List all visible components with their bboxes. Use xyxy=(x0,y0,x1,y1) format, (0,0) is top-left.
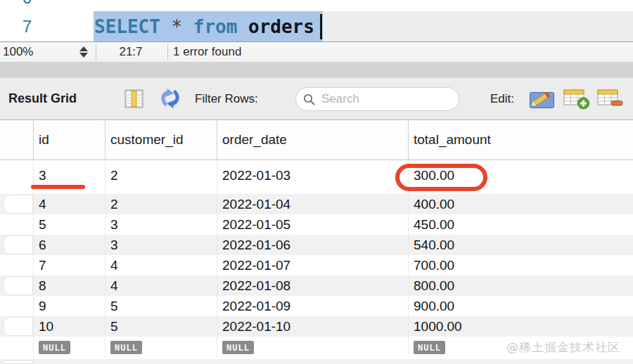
row-selector[interactable] xyxy=(0,275,33,296)
red-pen-circle xyxy=(395,164,487,191)
zoom-stepper[interactable] xyxy=(79,46,89,58)
cell-null[interactable]: NULL xyxy=(105,337,217,357)
cell-id[interactable]: 6 xyxy=(33,235,105,255)
table-row[interactable]: 3 2 2022-01-03 300.00 xyxy=(0,160,633,194)
current-line-highlight xyxy=(316,11,633,41)
sql-keyword-select: SELECT xyxy=(94,16,160,37)
row-selector[interactable] xyxy=(0,316,33,337)
row-selector[interactable] xyxy=(0,235,33,255)
table-row[interactable]: 10 5 2022-01-10 1000.00 xyxy=(0,316,633,337)
result-grid-title: Result Grid xyxy=(8,78,77,119)
text-cursor xyxy=(320,14,322,39)
cell-id[interactable]: 4 xyxy=(33,194,105,214)
cell-order-date[interactable]: 2022-01-08 xyxy=(217,275,408,296)
selected-sql-text[interactable]: SELECT*fromorders xyxy=(94,11,323,41)
grid-rows: 3 2 2022-01-03 300.00 4 2 2022-01-04 400… xyxy=(0,160,633,364)
grid-header-row: id customer_id order_date total_amount xyxy=(0,120,633,160)
cell-null[interactable]: NULL xyxy=(33,337,105,357)
mysql-workbench-result-panel: 6 SELECT*fromorders 7 100% 21:7 1 error … xyxy=(0,0,633,364)
cell-customer-id[interactable]: 3 xyxy=(105,214,217,235)
row-selector[interactable] xyxy=(0,160,33,194)
search-icon xyxy=(303,93,315,105)
null-badge: NULL xyxy=(110,341,142,354)
cell-null[interactable]: NULL xyxy=(217,337,408,357)
insert-row-icon[interactable] xyxy=(563,88,590,112)
column-header-order-date[interactable]: order_date xyxy=(217,120,408,160)
chevron-up-icon xyxy=(79,46,88,51)
partial-next-row xyxy=(0,359,633,364)
cell-total-amount[interactable]: 900.00 xyxy=(408,296,633,316)
cell-total-amount[interactable]: 400.00 xyxy=(408,194,633,214)
table-row[interactable]: 9 5 2022-01-09 900.00 xyxy=(0,296,633,316)
row-selector-pill xyxy=(4,276,33,295)
cell-customer-id[interactable]: 5 xyxy=(105,296,217,316)
cell-customer-id[interactable]: 4 xyxy=(105,275,217,296)
row-selector-header xyxy=(0,120,33,160)
cell-customer-id[interactable]: 4 xyxy=(105,255,217,275)
edit-label: Edit: xyxy=(490,78,514,119)
row-selector[interactable] xyxy=(0,337,33,357)
row-selector-pill xyxy=(4,195,33,214)
row-selector[interactable] xyxy=(0,214,33,235)
null-badge: NULL xyxy=(222,341,254,354)
cell-total-amount[interactable]: 700.00 xyxy=(408,255,633,275)
row-selector[interactable] xyxy=(0,194,33,214)
zoom-level: 100% xyxy=(3,42,33,62)
cell-order-date[interactable]: 2022-01-05 xyxy=(217,214,408,235)
table-row[interactable]: 7 4 2022-01-07 700.00 xyxy=(0,255,633,275)
refresh-icon[interactable] xyxy=(159,88,181,112)
row-selector[interactable] xyxy=(0,255,33,275)
row-selector[interactable] xyxy=(0,296,33,316)
editor-status-bar: 100% 21:7 1 error found xyxy=(0,41,633,62)
table-row[interactable]: 6 3 2022-01-06 540.00 xyxy=(0,235,633,255)
table-row[interactable]: 5 3 2022-01-05 450.00 xyxy=(0,214,633,235)
editor-line-7[interactable]: SELECT*fromorders xyxy=(0,11,633,41)
row-selector-pill xyxy=(4,317,33,336)
table-row[interactable]: 4 2 2022-01-04 400.00 xyxy=(0,194,633,214)
filter-search-box[interactable] xyxy=(295,87,459,111)
cell-id[interactable]: 10 xyxy=(33,316,105,337)
cell-total-amount[interactable]: 800.00 xyxy=(408,275,633,296)
cell-id[interactable]: 8 xyxy=(33,275,105,296)
cell-customer-id[interactable]: 3 xyxy=(105,235,217,255)
cell-total-amount[interactable]: 1000.00 xyxy=(408,316,633,337)
cell-id[interactable]: 7 xyxy=(33,255,105,275)
cell-customer-id[interactable]: 5 xyxy=(105,316,217,337)
search-input[interactable] xyxy=(321,92,477,106)
cell-order-date[interactable]: 2022-01-04 xyxy=(217,194,408,214)
cell-customer-id[interactable]: 2 xyxy=(105,194,217,214)
table-row[interactable]: 8 4 2022-01-08 800.00 xyxy=(0,275,633,296)
null-badge: NULL xyxy=(39,341,70,354)
line-number-6: 6 xyxy=(0,0,32,11)
edit-record-icon[interactable] xyxy=(529,88,556,112)
cursor-position: 21:7 xyxy=(103,42,159,62)
column-header-id[interactable]: id xyxy=(33,120,105,160)
line-number-7: 7 xyxy=(0,11,32,41)
cell-order-date[interactable]: 2022-01-07 xyxy=(217,255,408,275)
sql-keyword-from: from xyxy=(193,16,238,37)
statusbar-divider xyxy=(96,44,96,60)
column-view-icon[interactable] xyxy=(124,88,143,112)
red-pen-underline xyxy=(31,185,85,189)
cell-total-amount[interactable]: 540.00 xyxy=(408,235,633,255)
delete-row-icon[interactable] xyxy=(597,88,624,112)
cell-order-date[interactable]: 2022-01-09 xyxy=(217,296,408,316)
cell-total-amount[interactable]: 450.00 xyxy=(408,214,633,235)
null-badge: NULL xyxy=(414,341,445,354)
filter-rows-label: Filter Rows: xyxy=(195,78,258,119)
result-grid-toolbar: Result Grid Filter R xyxy=(0,78,633,120)
cell-customer-id[interactable]: 2 xyxy=(105,160,217,194)
cell-order-date[interactable]: 2022-01-06 xyxy=(217,235,408,255)
row-selector-pill xyxy=(4,235,33,254)
cell-order-date[interactable]: 2022-01-03 xyxy=(217,160,408,194)
row-selector-pill xyxy=(4,360,33,364)
column-header-total-amount[interactable]: total_amount xyxy=(408,120,633,160)
statusbar-divider xyxy=(167,44,168,60)
column-header-customer-id[interactable]: customer_id xyxy=(105,120,217,160)
cell-id[interactable]: 9 xyxy=(33,296,105,316)
cell-id[interactable]: 5 xyxy=(33,214,105,235)
error-message: 1 error found xyxy=(173,42,241,62)
sql-editor[interactable]: 6 SELECT*fromorders 7 xyxy=(0,0,633,41)
cell-order-date[interactable]: 2022-01-10 xyxy=(217,316,408,337)
panel-separator xyxy=(0,62,633,78)
